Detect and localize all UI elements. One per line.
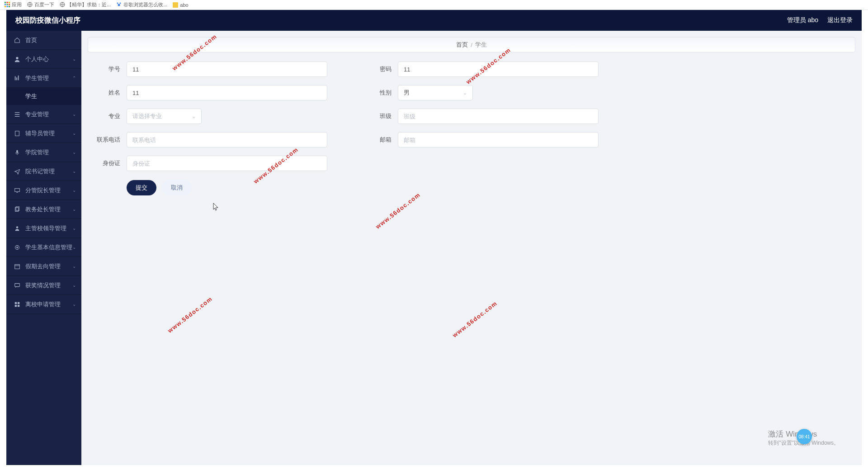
svg-rect-5: [9, 4, 10, 5]
svg-point-11: [117, 2, 118, 4]
globe-icon: [60, 2, 65, 8]
svg-rect-3: [5, 4, 6, 5]
apps-bookmark[interactable]: 应用: [5, 1, 22, 8]
bookmark-label: 谷歌浏览器怎么收...: [123, 1, 167, 8]
bookmark-label: abo: [180, 2, 188, 8]
svg-rect-1: [7, 2, 8, 3]
bookmark-jinghua[interactable]: 【精华】求助：近...: [60, 1, 111, 8]
svg-rect-6: [5, 6, 6, 7]
svg-rect-2: [9, 2, 10, 3]
svg-rect-4: [7, 4, 8, 5]
svg-point-13: [118, 4, 120, 6]
svg-rect-7: [7, 6, 8, 7]
bookmark-chrome[interactable]: 谷歌浏览器怎么收...: [116, 1, 167, 8]
paw-icon: [116, 2, 122, 8]
globe-icon: [27, 2, 33, 8]
svg-point-12: [120, 2, 121, 4]
svg-rect-0: [5, 2, 6, 3]
svg-rect-8: [9, 6, 10, 7]
bookmark-label: 【精华】求助：近...: [67, 1, 111, 8]
bookmark-abo[interactable]: abo: [173, 2, 188, 8]
apps-icon: [5, 2, 10, 8]
apps-label: 应用: [12, 1, 22, 8]
browser-bookmarks-bar: 应用 百度一下 【精华】求助：近... 谷歌浏览器怎么收... abo: [0, 0, 868, 10]
folder-icon: [173, 2, 178, 8]
bookmark-baidu[interactable]: 百度一下: [27, 1, 54, 8]
bookmark-label: 百度一下: [34, 1, 54, 8]
